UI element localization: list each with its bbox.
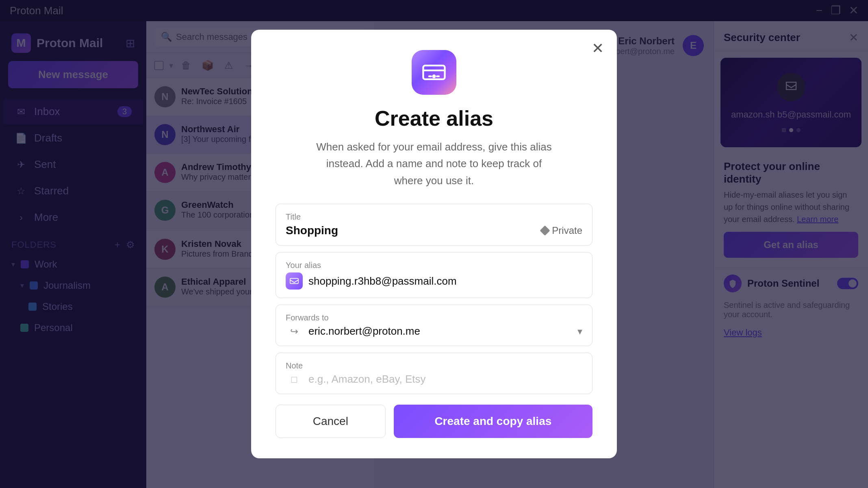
modal-overlay: ✕ Create alias When asked for your email… [0, 0, 868, 488]
forwards-label: Forwards to [286, 313, 582, 322]
alias-section-label: Your alias [286, 261, 582, 270]
alias-field: Your alias shopping.r3hb8@passmail.com [276, 252, 592, 298]
title-value: Shopping [286, 224, 338, 237]
forwards-chevron-icon: ▾ [577, 326, 582, 337]
modal-description: When asked for your email address, give … [312, 139, 556, 190]
modal-alias-icon [412, 50, 456, 95]
forwards-icon: ↪ [286, 326, 303, 337]
title-label: Title [286, 212, 582, 222]
modal-title: Create alias [375, 106, 493, 131]
modal-actions: Cancel Create and copy alias [276, 405, 592, 438]
forwards-value: eric.norbert@proton.me [308, 325, 420, 338]
create-alias-modal: ✕ Create alias When asked for your email… [251, 30, 617, 459]
private-label: Private [552, 225, 582, 236]
note-icon: □ [286, 374, 303, 385]
alias-field-icon [286, 272, 303, 290]
note-field[interactable]: Note □ e.g., Amazon, eBay, Etsy [276, 353, 592, 394]
alias-value-row: shopping.r3hb8@passmail.com [286, 272, 582, 290]
note-label: Note [286, 361, 582, 370]
title-value-row: Shopping Private [286, 224, 582, 237]
create-alias-button[interactable]: Create and copy alias [394, 405, 592, 438]
title-field: Title Shopping Private [276, 204, 592, 246]
note-placeholder: e.g., Amazon, eBay, Etsy [308, 373, 426, 386]
modal-close-button[interactable]: ✕ [592, 41, 604, 56]
private-diamond-icon [540, 226, 550, 236]
private-badge: Private [541, 225, 582, 236]
cancel-button[interactable]: Cancel [276, 405, 386, 438]
forwards-field[interactable]: Forwards to ↪ eric.norbert@proton.me ▾ [276, 305, 592, 346]
forwards-select[interactable]: eric.norbert@proton.me ▾ [308, 325, 582, 338]
note-value-row: □ e.g., Amazon, eBay, Etsy [286, 373, 582, 386]
forwards-value-row: ↪ eric.norbert@proton.me ▾ [286, 325, 582, 338]
alias-value: shopping.r3hb8@passmail.com [308, 275, 457, 288]
svg-point-2 [433, 75, 435, 77]
